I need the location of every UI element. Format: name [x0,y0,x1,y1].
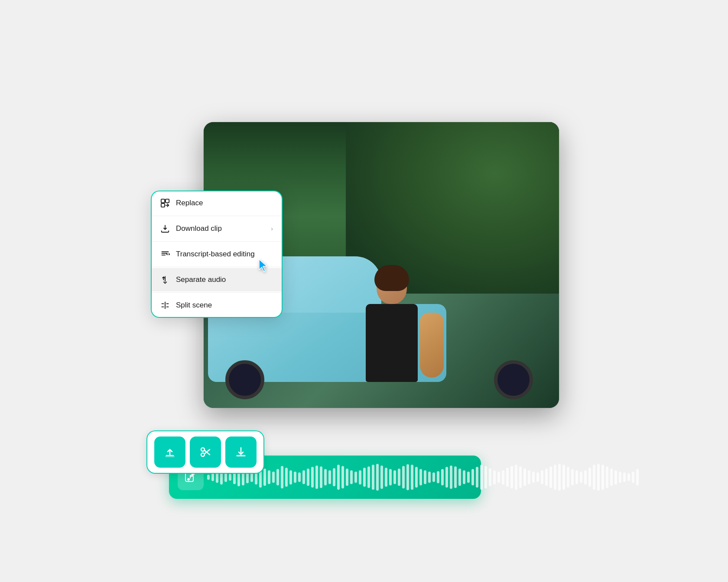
waveform-bar [610,469,613,486]
waveform-bar [571,469,574,485]
waveform-bar [263,469,266,486]
download-clip-icon [160,224,170,233]
waveform-bar [497,472,500,482]
menu-item-transcript[interactable]: Transcript-based editing [152,242,282,266]
waveform-bar [584,470,587,485]
waveform-bar [350,470,353,484]
waveform-bar [424,470,426,484]
waveform-bar [372,465,374,489]
waveform-bar [519,466,522,488]
person-hair [374,265,409,291]
waveform-bar [359,470,361,485]
waveform-bar [606,466,608,488]
download-button[interactable] [225,436,257,468]
download-clip-label: Download clip [176,224,222,233]
svg-rect-4 [166,199,169,203]
svg-rect-6 [165,456,175,457]
menu-item-download-clip[interactable]: Download clip › [152,217,282,240]
person-ukulele [420,313,444,378]
waveform-bar [367,466,370,488]
waveform-bar [588,468,591,487]
svg-rect-5 [161,204,165,207]
upload-button[interactable] [154,436,185,468]
waveform-bar [510,466,513,488]
waveform-bar [558,464,561,491]
separate-audio-icon [160,275,170,285]
svg-rect-3 [161,199,165,203]
replace-label: Replace [176,199,203,207]
waveform-bar [402,466,405,488]
waveform-bar [437,471,439,483]
waveform-bar [211,473,214,481]
waveform-bar [484,466,487,488]
waveform-bar [632,472,634,482]
svg-point-1 [187,478,190,481]
waveform-bar [311,467,314,488]
waveform-bar [406,464,409,490]
waveform-bar [272,472,275,482]
waveform-bar [445,467,448,488]
waveform-bar [328,470,331,484]
split-scene-label: Split scene [176,301,212,310]
waveform-bar [580,472,582,482]
waveform-bar [302,470,305,484]
waveform-bar [532,472,535,482]
tree-detail [346,122,559,294]
waveform-bar [523,469,526,486]
waveform-bar [454,466,457,488]
waveform-bar [250,472,253,482]
svg-rect-9 [236,455,246,457]
waveform-bar [619,472,621,482]
cut-button[interactable] [190,436,221,468]
waveform-bar [597,464,600,491]
waveform-bar [506,468,509,487]
waveform-bar [636,469,639,485]
car-wheel-right [494,360,533,399]
waveform-bar [289,470,292,485]
waveform-bar [294,472,296,482]
waveform-bar [207,475,210,480]
waveform-bar [380,466,383,489]
svg-point-8 [201,453,205,456]
waveform-bar [268,470,270,484]
menu-item-split-scene[interactable]: Split scene [152,294,282,317]
waveform-bar [493,470,496,485]
waveform-bar [458,469,461,486]
menu-item-separate-audio[interactable]: Separate audio [152,268,282,291]
waveform-bar [341,466,344,488]
waveform-bar [307,469,309,486]
svg-point-7 [201,448,205,451]
waveform-bar [627,473,630,482]
waveform-bar [324,469,327,485]
waveform-bar [415,467,418,488]
person-body [366,304,418,382]
waveform-bar [216,472,218,482]
person-head [377,269,407,304]
waveform-bar [285,468,288,487]
toolbar [147,431,263,473]
waveform-bar [320,466,322,488]
waveform-bar [593,465,595,489]
car-wheel-left [225,360,264,399]
menu-item-replace[interactable]: Replace [152,191,282,215]
waveform-bar [363,468,366,487]
waveform-bar [554,465,556,489]
waveform-bar [298,472,301,482]
waveform-bar [623,472,626,482]
waveform-bar [476,467,478,488]
waveform-bar [432,472,435,482]
waveform-bar [389,469,392,485]
waveform-bar [315,466,318,489]
waveform-bar [562,465,565,489]
waveform-bar [246,471,249,483]
waveform-bar [385,468,387,487]
separate-audio-label: Separate audio [176,275,226,284]
waveform-bar [515,465,517,489]
waveform-bar [333,468,335,487]
person-figure [366,269,418,382]
waveform-bar [337,465,340,489]
waveform-bar [441,469,444,485]
waveform-bar [528,470,530,484]
waveform-bar [601,465,604,489]
waveform-bar [376,464,379,491]
